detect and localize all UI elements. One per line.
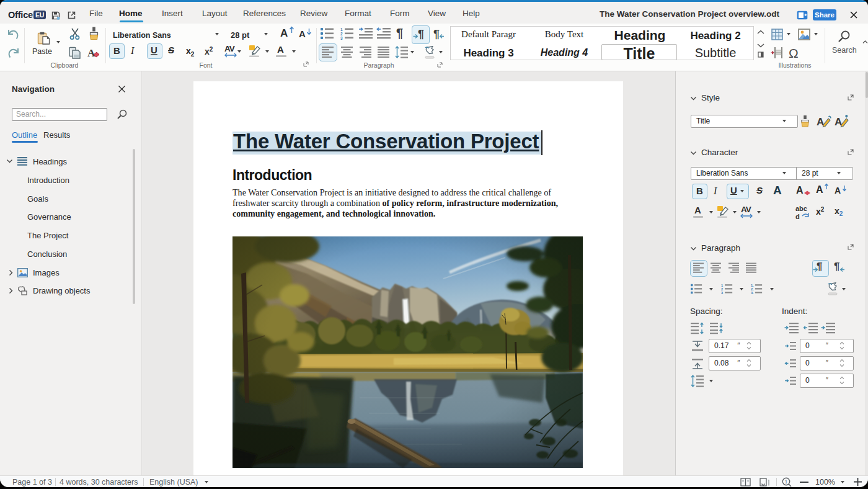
- svg-text:1.: 1.: [751, 284, 754, 287]
- svg-text:3: 3: [721, 291, 723, 295]
- svg-text:2: 2: [340, 32, 343, 36]
- svg-text:2.: 2.: [751, 287, 754, 291]
- svg-text:1: 1: [785, 479, 788, 485]
- svg-text:2: 2: [721, 287, 723, 291]
- svg-text:1: 1: [340, 27, 343, 32]
- svg-text:3: 3: [340, 36, 343, 40]
- svg-text:abc: abc: [795, 205, 807, 212]
- svg-text:1: 1: [721, 284, 723, 287]
- svg-text:d: d: [795, 213, 800, 220]
- svg-text:A: A: [87, 47, 95, 59]
- svg-text:3.: 3.: [751, 291, 754, 295]
